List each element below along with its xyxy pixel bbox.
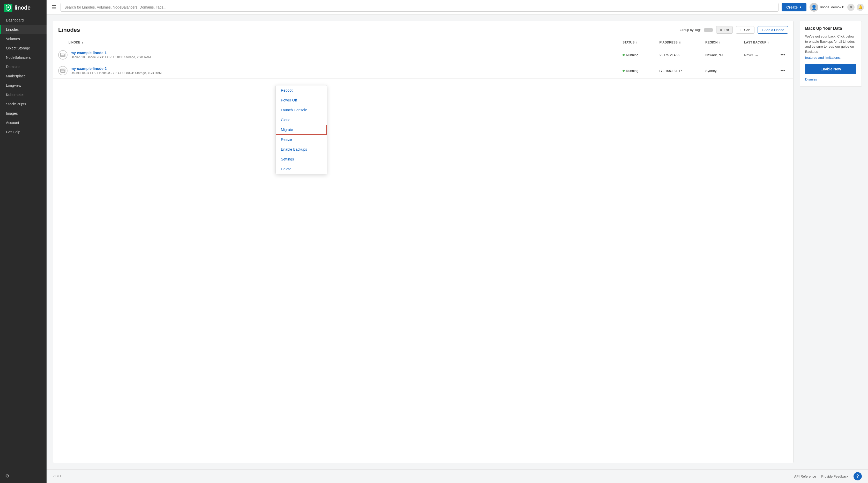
create-button[interactable]: Create ▼	[782, 3, 806, 11]
sidebar-item-dashboard[interactable]: Dashboard	[0, 16, 46, 25]
avatar[interactable]: 👤	[810, 3, 818, 12]
col-status[interactable]: Status ⇅	[623, 40, 659, 44]
more-options-button-2[interactable]: •••	[778, 67, 788, 75]
linode-logo-icon	[4, 4, 12, 12]
linode-desc-1: Debian 10, Linode 2GB: 1 CPU, 50GB Stora…	[71, 55, 623, 59]
list-view-button[interactable]: ≡ List	[716, 26, 733, 34]
ip-address-1: 66.175.214.92	[659, 53, 705, 57]
dropdown-item-settings[interactable]: Settings	[276, 154, 327, 164]
sidebar-settings[interactable]: ⚙	[0, 469, 46, 483]
sidebar-item-object-storage[interactable]: Object Storage	[0, 44, 46, 53]
linode-server-icon	[60, 68, 66, 74]
linode-info-1: my-example-linode-1 Debian 10, Linode 2G…	[68, 51, 623, 59]
topbar: ☰ Create ▼ 👤 linode_demo215 0 🔔	[46, 0, 868, 15]
sidebar-item-volumes[interactable]: Volumes	[0, 34, 46, 44]
cloud-upload-icon: ☁	[755, 53, 758, 57]
sort-icon: ⇅	[718, 41, 720, 44]
grid-icon: ⊞	[740, 28, 743, 32]
dropdown-item-launch-console[interactable]: Launch Console	[276, 105, 327, 115]
sidebar-item-domains[interactable]: Domains	[0, 62, 46, 72]
col-region[interactable]: Region ⇅	[705, 40, 744, 44]
col-ip[interactable]: IP Address ⇅	[659, 40, 705, 44]
enable-now-button[interactable]: Enable Now	[805, 64, 856, 74]
main-content: ☰ Create ▼ 👤 linode_demo215 0 🔔 Linodes …	[46, 0, 868, 483]
linode-desc-2: Ubuntu 18.04 LTS, Linode 4GB: 2 CPU, 80G…	[71, 71, 623, 75]
api-reference-link[interactable]: API Reference	[794, 475, 816, 478]
backup-card-title: Back Up Your Data	[805, 26, 856, 31]
linode-name-2[interactable]: my-example-linode-2	[71, 66, 623, 71]
svg-rect-9	[61, 71, 65, 72]
table-row: my-example-linode-1 Debian 10, Linode 2G…	[53, 47, 793, 63]
sidebar-item-get-help[interactable]: Get Help	[0, 127, 46, 137]
more-options-button-1[interactable]: •••	[778, 51, 788, 59]
sidebar-item-images[interactable]: Images	[0, 109, 46, 118]
search-input[interactable]	[61, 3, 778, 12]
table-row: my-example-linode-2 Ubuntu 18.04 LTS, Li…	[53, 63, 793, 79]
sidebar-item-kubernetes[interactable]: Kubernetes	[0, 90, 46, 100]
sidebar-navigation: Dashboard Linodes Volumes Object Storage…	[0, 16, 46, 469]
context-menu: Reboot Power Off Launch Console Clone Mi…	[275, 85, 327, 174]
sidebar-item-longview[interactable]: Longview	[0, 81, 46, 90]
list-label: List	[724, 28, 729, 32]
ip-address-2: 172.105.184.17	[659, 69, 705, 73]
status-label-2: Running	[626, 69, 638, 73]
dropdown-item-migrate[interactable]: Migrate	[276, 125, 327, 135]
status-badge-2: Running	[623, 69, 659, 73]
sort-icon: ⇅	[636, 41, 638, 44]
linode-name-1[interactable]: my-example-linode-1	[71, 51, 623, 55]
help-button[interactable]: ?	[854, 472, 862, 480]
bottom-links: API Reference Provide Feedback ?	[794, 472, 862, 480]
page-title: Linodes	[58, 27, 80, 33]
content-area: Linodes Group by Tag: ≡ List ⊞ Grid + Ad…	[46, 15, 868, 469]
sidebar-item-marketplace[interactable]: Marketplace	[0, 72, 46, 81]
linode-info-2: my-example-linode-2 Ubuntu 18.04 LTS, Li…	[68, 66, 623, 75]
sidebar-item-nodebalancers[interactable]: NodeBalancers	[0, 53, 46, 62]
col-last-backup[interactable]: Last Backup ⇅	[744, 40, 778, 44]
region-1: Newark, NJ	[705, 53, 744, 57]
hamburger-button[interactable]: ☰	[51, 3, 57, 11]
svg-rect-5	[61, 55, 65, 56]
dropdown-item-delete[interactable]: Delete	[276, 164, 327, 174]
chevron-down-icon: ▼	[799, 6, 802, 8]
table-header: Linode ▲ Status ⇅ IP Address ⇅ Region ⇅ …	[53, 38, 793, 47]
bell-icon[interactable]: 🔔	[857, 4, 864, 11]
grid-view-button[interactable]: ⊞ Grid	[736, 26, 754, 34]
sort-icon: ⇅	[679, 41, 681, 44]
bottom-bar: v1.9.1 API Reference Provide Feedback ?	[46, 469, 868, 483]
list-icon: ≡	[720, 28, 722, 32]
provide-feedback-link[interactable]: Provide Feedback	[821, 475, 848, 478]
dropdown-item-reboot[interactable]: Reboot	[276, 85, 327, 95]
sidebar-item-linodes[interactable]: Linodes	[0, 25, 46, 34]
group-by-toggle[interactable]	[704, 28, 713, 32]
backup-card-desc: We've got your back! Click below to enab…	[805, 34, 856, 54]
svg-point-8	[64, 70, 64, 70]
sidebar-item-account[interactable]: Account	[0, 118, 46, 127]
dropdown-item-power-off[interactable]: Power Off	[276, 95, 327, 105]
dismiss-link[interactable]: Dismiss	[805, 77, 856, 81]
backup-features-link[interactable]: features and limitations.	[805, 56, 841, 60]
dropdown-item-resize[interactable]: Resize	[276, 135, 327, 144]
gear-icon[interactable]: ⚙	[5, 474, 9, 479]
svg-point-4	[64, 54, 64, 55]
dropdown-item-enable-backups[interactable]: Enable Backups	[276, 144, 327, 154]
status-badge-1: Running	[623, 53, 659, 57]
sort-asc-icon: ▲	[81, 41, 84, 44]
svg-point-1	[7, 6, 9, 8]
add-linode-label: Add a Linode	[764, 28, 784, 32]
notification-badge[interactable]: 0	[847, 4, 855, 11]
status-dot-icon	[623, 69, 625, 72]
plus-icon: +	[762, 28, 764, 32]
status-label-1: Running	[626, 53, 638, 57]
version-label: v1.9.1	[53, 475, 61, 478]
grid-label: Grid	[744, 28, 751, 32]
add-linode-button[interactable]: + Add a Linode	[757, 26, 788, 34]
sidebar-item-stackscripts[interactable]: StackScripts	[0, 100, 46, 109]
logo-text: linode	[14, 4, 31, 11]
linode-avatar-1	[58, 50, 67, 60]
linode-server-icon	[60, 52, 66, 58]
linode-avatar-2	[58, 66, 67, 75]
col-linode[interactable]: Linode ▲	[68, 40, 623, 44]
dropdown-item-clone[interactable]: Clone	[276, 115, 327, 125]
sidebar-logo: linode	[0, 0, 46, 16]
panel-controls: Group by Tag: ≡ List ⊞ Grid + Add a Lino…	[680, 26, 788, 34]
